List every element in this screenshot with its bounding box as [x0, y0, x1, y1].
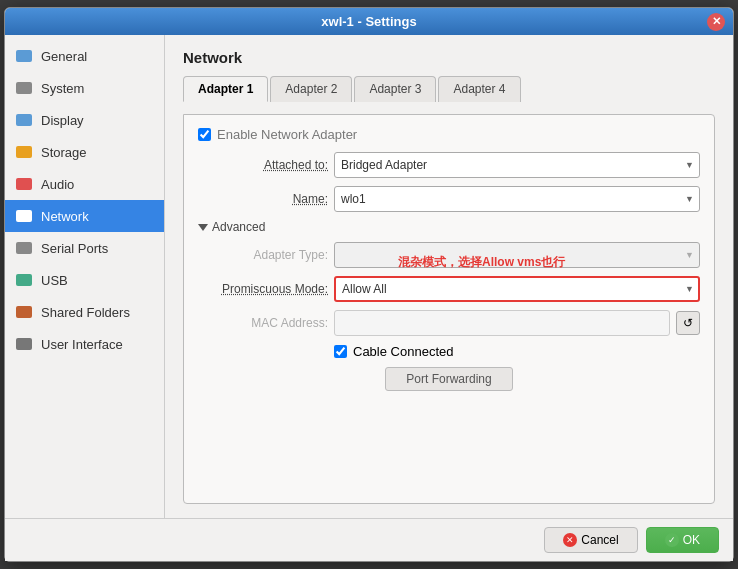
sidebar-item-system[interactable]: System [5, 72, 164, 104]
sidebar-item-display[interactable]: Display [5, 104, 164, 136]
attached-to-row: Attached to: Bridged Adapter [198, 152, 700, 178]
enable-network-label: Enable Network Adapter [217, 127, 357, 142]
network-icon [15, 207, 33, 225]
attached-to-select-wrapper: Bridged Adapter [334, 152, 700, 178]
settings-window: xwl-1 - Settings ✕ General System [4, 7, 734, 562]
sidebar: General System Display Storage [5, 35, 165, 518]
mac-address-input: 080027CE6479 [334, 310, 670, 336]
enable-network-row: Enable Network Adapter [198, 127, 700, 142]
adapter-type-label: Adapter Type: [198, 248, 328, 262]
ok-button[interactable]: ✓ OK [646, 527, 719, 553]
cancel-icon: ✕ [563, 533, 577, 547]
mac-address-row: MAC Address: 080027CE6479 ↺ [198, 310, 700, 336]
titlebar: xwl-1 - Settings ✕ [5, 8, 733, 35]
name-label: Name: [198, 192, 328, 206]
serial-icon [15, 239, 33, 257]
close-button[interactable]: ✕ [707, 13, 725, 31]
window-title: xwl-1 - Settings [321, 14, 416, 29]
tab-content: Enable Network Adapter Attached to: Brid… [183, 114, 715, 504]
adapter-type-arrow-icon: ▼ [685, 250, 694, 260]
advanced-label: Advanced [212, 220, 265, 234]
audio-icon [15, 175, 33, 193]
attached-to-select[interactable]: Bridged Adapter [334, 152, 700, 178]
enable-network-checkbox[interactable] [198, 128, 211, 141]
annotation-text: 混杂模式，选择Allow vms也行 [398, 254, 565, 271]
folder-icon [15, 303, 33, 321]
general-icon [15, 47, 33, 65]
promiscuous-row: Promiscuous Mode: Allow All 混杂模式，选择Allow… [198, 276, 700, 302]
name-select[interactable]: wlo1 [334, 186, 700, 212]
cable-connected-label: Cable Connected [353, 344, 453, 359]
mac-address-label: MAC Address: [198, 316, 328, 330]
tab-adapter-2[interactable]: Adapter 2 [270, 76, 352, 102]
cancel-button[interactable]: ✕ Cancel [544, 527, 637, 553]
sidebar-item-usb[interactable]: USB [5, 264, 164, 296]
port-forwarding-button[interactable]: Port Forwarding [385, 367, 512, 391]
promiscuous-label: Promiscuous Mode: [198, 282, 328, 296]
mac-refresh-button[interactable]: ↺ [676, 311, 700, 335]
tab-adapter-3[interactable]: Adapter 3 [354, 76, 436, 102]
sidebar-item-user-interface[interactable]: User Interface [5, 328, 164, 360]
sidebar-item-audio[interactable]: Audio [5, 168, 164, 200]
sidebar-item-shared-folders[interactable]: Shared Folders [5, 296, 164, 328]
ok-icon: ✓ [665, 533, 679, 547]
sidebar-item-network[interactable]: Network [5, 200, 164, 232]
main-panel: Network Adapter 1 Adapter 2 Adapter 3 Ad… [165, 35, 733, 518]
footer-bar: ✕ Cancel ✓ OK [5, 518, 733, 561]
name-row: Name: wlo1 [198, 186, 700, 212]
promiscuous-select-wrapper: Allow All [334, 276, 700, 302]
cable-connected-row: Cable Connected [334, 344, 700, 359]
storage-icon [15, 143, 33, 161]
usb-icon [15, 271, 33, 289]
advanced-triangle-icon [198, 224, 208, 231]
cable-connected-checkbox[interactable] [334, 345, 347, 358]
tab-adapter-1[interactable]: Adapter 1 [183, 76, 268, 102]
system-icon [15, 79, 33, 97]
sidebar-item-general[interactable]: General [5, 40, 164, 72]
display-icon [15, 111, 33, 129]
ui-icon [15, 335, 33, 353]
sidebar-item-serial-ports[interactable]: Serial Ports [5, 232, 164, 264]
adapter-tabs: Adapter 1 Adapter 2 Adapter 3 Adapter 4 [183, 76, 715, 102]
advanced-toggle[interactable]: Advanced [198, 220, 700, 234]
name-select-wrapper: wlo1 [334, 186, 700, 212]
sidebar-item-storage[interactable]: Storage [5, 136, 164, 168]
section-title: Network [183, 49, 715, 66]
promiscuous-select[interactable]: Allow All [334, 276, 700, 302]
attached-to-label: Attached to: [198, 158, 328, 172]
tab-adapter-4[interactable]: Adapter 4 [438, 76, 520, 102]
